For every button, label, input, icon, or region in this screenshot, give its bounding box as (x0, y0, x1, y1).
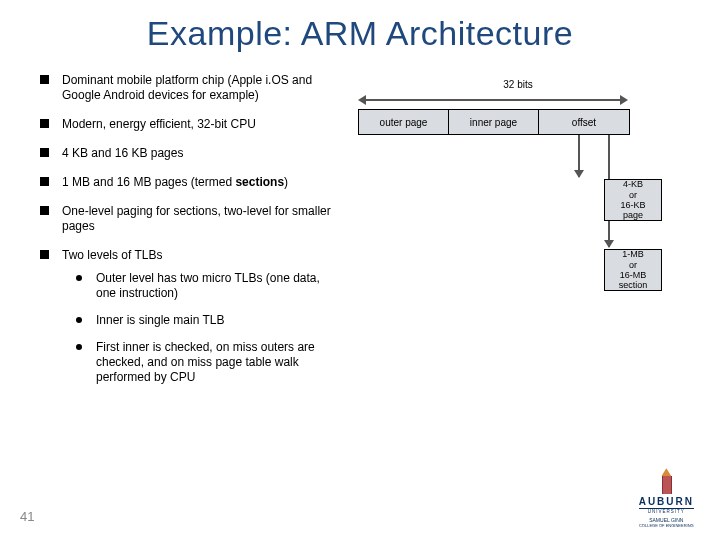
bullet-item: 1 MB and 16 MB pages (termed sections) (40, 175, 340, 190)
sub-bullet-item: First inner is checked, on miss outers a… (62, 340, 340, 385)
segment-outer-page: outer page (359, 110, 449, 134)
bullet-item: Two levels of TLBs Outer level has two m… (40, 248, 340, 385)
slide-title: Example: ARM Architecture (0, 0, 720, 53)
page-size-box: 4-KB or 16-KB page (604, 179, 662, 221)
bits-label: 32 bits (503, 79, 532, 90)
logo-university-name: AUBURN (639, 496, 694, 507)
segment-inner-page: inner page (449, 110, 539, 134)
box-line: or (605, 260, 661, 270)
section-size-box: 1-MB or 16-MB section (604, 249, 662, 291)
box-line: page (605, 210, 661, 220)
auburn-logo: AUBURN UNIVERSITY SAMUEL GINN COLLEGE OF… (639, 468, 694, 528)
box-line: 4-KB (605, 179, 661, 189)
box-line: section (605, 280, 661, 290)
arm-address-diagram: 32 bits outer page inner page offset 4-K… (358, 79, 678, 319)
box-line: 1-MB (605, 249, 661, 259)
bullet-item: Dominant mobile platform chip (Apple i.O… (40, 73, 340, 103)
sub-bullet-item: Inner is single main TLB (62, 313, 340, 328)
content-area: Dominant mobile platform chip (Apple i.O… (0, 53, 720, 399)
bullet-item: 4 KB and 16 KB pages (40, 146, 340, 161)
logo-college-line2: COLLEGE OF ENGINEERING (639, 524, 694, 528)
box-line: 16-MB (605, 270, 661, 280)
logo-subtext: UNIVERSITY (639, 508, 694, 515)
segment-offset: offset (539, 110, 629, 134)
bullet-item: Modern, energy efficient, 32-bit CPU (40, 117, 340, 132)
dimension-arrow (358, 95, 628, 105)
arrow-to-page (578, 135, 580, 177)
bullet-text: ) (284, 175, 288, 189)
page-number: 41 (20, 509, 34, 524)
logo-tower-icon (657, 468, 675, 494)
box-line: or (605, 190, 661, 200)
bullet-bold: sections (235, 175, 284, 189)
sub-bullet-item: Outer level has two micro TLBs (one data… (62, 271, 340, 301)
bullet-text: 1 MB and 16 MB pages (termed (62, 175, 235, 189)
bullet-text: Two levels of TLBs (62, 248, 163, 262)
bullet-column: Dominant mobile platform chip (Apple i.O… (40, 73, 340, 399)
address-box: outer page inner page offset (358, 109, 630, 135)
diagram-column: 32 bits outer page inner page offset 4-K… (340, 73, 700, 399)
bullet-item: One-level paging for sections, two-level… (40, 204, 340, 234)
box-line: 16-KB (605, 200, 661, 210)
